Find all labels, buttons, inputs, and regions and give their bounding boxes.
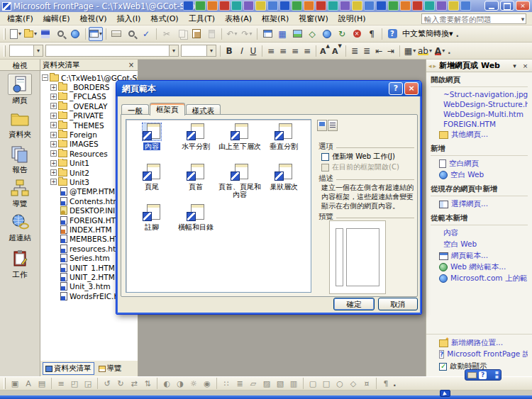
insert-table-button[interactable]: ▦ — [275, 27, 289, 41]
toolbar-grip[interactable] — [4, 45, 6, 57]
refresh-button[interactable]: ↻ — [335, 27, 349, 41]
toolbar-options-button[interactable]: . — [393, 379, 397, 388]
tree-item-label[interactable]: FOREIGN.HTM — [67, 216, 122, 225]
expand-icon[interactable]: + — [50, 122, 57, 128]
spelling-button[interactable]: ✓ — [139, 27, 153, 41]
chevron-down-icon[interactable]: ▾ — [449, 29, 453, 38]
tab-folder-list[interactable]: 資料夾清單 — [43, 362, 94, 375]
insert-picture-from-file-button[interactable]: ▣ — [9, 378, 21, 390]
menu-item-insert[interactable]: 插入(I) — [112, 12, 146, 26]
preview-button[interactable] — [124, 27, 138, 41]
underline-button[interactable]: U — [248, 44, 259, 58]
expand-icon[interactable]: + — [50, 179, 57, 185]
app-icon[interactable] — [267, 1, 278, 11]
web-component-button[interactable] — [260, 27, 275, 41]
menu-item-edit[interactable]: 編輯(E) — [38, 12, 75, 26]
numbered-list-button[interactable]: ≣ — [349, 44, 360, 58]
template-item[interactable]: 水平分割 — [174, 123, 218, 164]
tree-item-label[interactable]: @TEMP.HTM — [67, 187, 115, 196]
expand-icon[interactable]: + — [50, 141, 57, 147]
tree-item-label[interactable]: _BORDERS — [67, 83, 110, 91]
menu-item-format[interactable]: 格式(O) — [145, 12, 183, 26]
menu-item-view[interactable]: 檢視(V) — [74, 12, 111, 26]
hyperlink-button[interactable] — [320, 27, 334, 41]
templates-on-microsoft-link[interactable]: Microsoft.com 上的範本... — [431, 273, 528, 284]
blank-page-link[interactable]: 空白網頁 — [431, 158, 528, 169]
bold-button[interactable]: B — [223, 44, 235, 58]
template-recent-link[interactable]: 內容 — [431, 227, 528, 239]
new-network-place-link[interactable]: 新增網路位置... — [431, 337, 528, 349]
recent-file-link[interactable]: ~Struct-navigation.jpg — [431, 89, 528, 99]
tree-item-label[interactable]: _FPCLASS — [67, 92, 106, 101]
drawing-button[interactable]: ◇ — [305, 27, 319, 41]
expand-icon[interactable]: + — [50, 150, 57, 157]
font-combo[interactable]: ▾ — [45, 45, 179, 57]
template-item[interactable]: 垂直分割 — [262, 123, 306, 164]
expand-icon[interactable]: + — [50, 169, 57, 176]
rotate-right-button[interactable]: ↻ — [114, 378, 127, 390]
template-item[interactable]: 巢狀層次 — [262, 164, 306, 204]
app-icon[interactable] — [412, 1, 423, 11]
align-right-button[interactable]: ≡ — [289, 44, 301, 58]
app-icon[interactable] — [448, 1, 459, 11]
tree-item-label[interactable]: DESKTOP.INI — [67, 206, 115, 215]
expand-icon[interactable]: + — [50, 132, 57, 138]
template-item[interactable]: 由上至下層次 — [218, 123, 262, 164]
less-brightness-button[interactable]: ◉ — [201, 378, 214, 390]
chevron-down-icon[interactable]: ▾ — [169, 45, 178, 56]
tree-item-label[interactable]: MEMBERS.HT — [67, 235, 119, 243]
borders-button[interactable]: ▦▾ — [403, 44, 417, 58]
increase-indent-button[interactable]: ⇥ — [385, 44, 397, 58]
language-bar-help-icon[interactable]: ? — [479, 371, 487, 379]
app-icon[interactable] — [279, 1, 290, 11]
app-icon[interactable] — [400, 1, 411, 11]
flip-horizontal-button[interactable]: ⇄ — [128, 378, 140, 390]
ok-button[interactable]: 確定 — [333, 298, 375, 310]
chevron-down-icon[interactable]: ▾ — [99, 30, 102, 37]
justify-button[interactable]: ≡ — [301, 44, 313, 58]
page-templates-link[interactable]: 網頁範本... — [431, 250, 528, 262]
save-button[interactable] — [38, 27, 52, 41]
restore-button[interactable] — [500, 1, 514, 11]
color-button[interactable]: ▨ — [260, 378, 273, 390]
more-brightness-button[interactable]: ☼ — [187, 378, 200, 390]
frontpage-help-link[interactable]: ?Microsoft FrontPage 說明 — [431, 349, 528, 360]
print-button[interactable] — [109, 27, 123, 41]
tree-item-label[interactable]: _OVERLAY — [67, 102, 107, 111]
show-formatting-marks-button[interactable]: ¶ — [365, 27, 379, 41]
less-contrast-button[interactable]: ◑ — [174, 378, 187, 390]
toolbar-grip[interactable] — [4, 378, 6, 389]
help-button[interactable]: ? — [385, 27, 399, 41]
view-reports[interactable]: 報告 — [0, 143, 40, 175]
align-center-button[interactable]: ≡ — [277, 44, 289, 58]
app-icon[interactable] — [424, 1, 435, 11]
taskbar-frontpage-icon[interactable] — [440, 390, 450, 397]
template-item[interactable]: 頁首、頁尾和內容 — [218, 164, 262, 204]
font-color-button[interactable]: A▾ — [433, 44, 447, 58]
tree-item-label[interactable]: UNIT_2.HTM — [67, 273, 115, 281]
tree-item-label[interactable]: UNIT_1.HTM — [67, 264, 115, 272]
view-tasks[interactable]: 工作 — [0, 248, 40, 280]
recent-file-link[interactable]: WebDesign-Multi.htm — [431, 109, 528, 119]
transparent-color-button[interactable]: ▱ — [247, 378, 260, 390]
app-icon[interactable] — [243, 1, 254, 11]
app-icon[interactable] — [436, 1, 447, 11]
recent-file-link[interactable]: WebDesign-Structure.htm — [431, 99, 528, 109]
close-icon[interactable]: × — [521, 62, 530, 69]
template-item[interactable]: 頁尾 — [130, 164, 174, 204]
collapse-icon[interactable]: − — [42, 74, 48, 81]
bevel-button[interactable]: ▧ — [274, 378, 287, 390]
tree-item-label[interactable]: Foreign — [67, 130, 97, 139]
template-recent-link[interactable]: 空白 Web — [431, 239, 528, 250]
tree-item-label[interactable]: INDEX.HTM — [67, 225, 112, 234]
app-icon[interactable] — [460, 1, 471, 11]
show-at-startup-checkbox[interactable] — [439, 363, 447, 371]
expand-icon[interactable]: + — [50, 160, 57, 167]
font-size-combo[interactable]: ▾ — [181, 45, 216, 57]
app-icon[interactable] — [183, 1, 194, 11]
page-view-toggle-button[interactable]: ▾ — [89, 27, 103, 41]
tree-item-label[interactable]: Contents.htm — [67, 197, 121, 206]
forward-icon[interactable]: ▸ — [433, 62, 437, 69]
chevron-down-icon[interactable]: ▾ — [206, 45, 216, 56]
app-icon[interactable] — [328, 1, 338, 11]
